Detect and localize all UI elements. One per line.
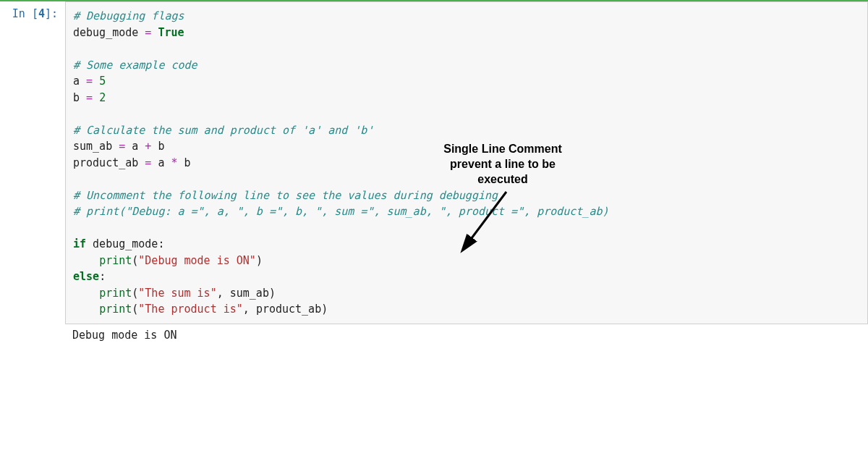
code-punct: ( — [132, 287, 138, 300]
code-punct: , — [217, 287, 224, 300]
prompt-number: 4 — [38, 7, 45, 20]
code-identifier: a — [73, 75, 80, 88]
code-operator: = — [119, 140, 125, 153]
code-identifier: b — [73, 91, 80, 104]
code-keyword: else — [73, 270, 99, 283]
code-punct: : — [158, 237, 164, 250]
code-operator: = — [86, 75, 93, 88]
input-prompt-column: In [4]: — [0, 1, 65, 324]
code-operator: = — [145, 156, 151, 169]
code-builtin: print — [99, 254, 132, 267]
code-punct: ) — [269, 287, 276, 300]
code-comment: # Calculate the sum and product of 'a' a… — [73, 124, 373, 137]
code-comment: # Debugging flags — [73, 9, 184, 22]
input-prompt: In [4]: — [12, 7, 58, 20]
code-identifier: debug_mode — [73, 26, 138, 39]
output-text: Debug mode is ON — [72, 329, 868, 342]
code-string: "The product is" — [138, 303, 243, 316]
code-identifier: product_ab — [73, 156, 138, 169]
code-comment: # Some example code — [73, 59, 197, 72]
code-identifier: sum_ab — [230, 287, 269, 300]
code-punct: ( — [132, 254, 138, 267]
code-punct: ( — [132, 303, 138, 316]
prompt-label: In — [12, 7, 25, 20]
notebook-cell: In [4]: # Debugging flags debug_mode = T… — [0, 0, 868, 324]
code-operator: + — [145, 140, 151, 153]
code-comment: # print("Debug: a =", a, ", b =", b, ", … — [73, 205, 609, 218]
code-identifier: debug_mode — [93, 237, 158, 250]
output-area: Debug mode is ON — [0, 324, 868, 346]
code-operator: = — [145, 26, 151, 39]
code-operator: = — [86, 91, 93, 104]
code-number: 2 — [99, 91, 106, 104]
code-string: "The sum is" — [138, 287, 216, 300]
code-identifier: b — [158, 140, 164, 153]
code-punct: : — [99, 270, 106, 283]
code-punct: ) — [321, 303, 328, 316]
code-operator: * — [171, 156, 177, 169]
code-identifier: b — [184, 156, 191, 169]
code-comment: # Uncomment the following line to see th… — [73, 189, 498, 202]
code-identifier: a — [158, 156, 164, 169]
code-input-cell[interactable]: # Debugging flags debug_mode = True # So… — [65, 1, 868, 324]
code-builtin: print — [99, 287, 132, 300]
code-punct: ) — [256, 254, 263, 267]
code-boolean: True — [158, 26, 184, 39]
code-identifier: product_ab — [256, 303, 321, 316]
code-keyword: if — [73, 237, 86, 250]
code-builtin: print — [99, 303, 132, 316]
code-punct: , — [243, 303, 250, 316]
code-number: 5 — [99, 75, 106, 88]
code-identifier: sum_ab — [73, 140, 112, 153]
code-string: "Debug mode is ON" — [138, 254, 256, 267]
code-identifier: a — [132, 140, 138, 153]
